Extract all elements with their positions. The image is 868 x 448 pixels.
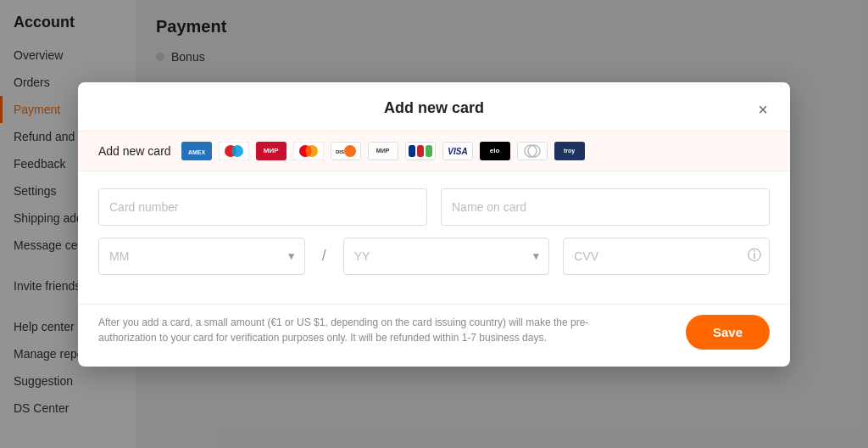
month-select-wrapper: MM 01020304 05060708 09101112 ▼ (98, 238, 305, 275)
name-on-card-input[interactable] (441, 188, 770, 226)
date-cvv-row: MM 01020304 05060708 09101112 ▼ / YY 242… (98, 238, 770, 275)
svg-point-8 (305, 145, 311, 156)
svg-rect-14 (417, 145, 424, 157)
modal-close-button[interactable]: × (751, 98, 775, 121)
svg-text:DIS: DIS (336, 149, 344, 154)
card-type-maestro[interactable] (219, 142, 249, 160)
modal-form: MM 01020304 05060708 09101112 ▼ / YY 242… (78, 171, 790, 304)
modal-header: Add new card × (78, 82, 790, 131)
svg-point-4 (231, 145, 243, 157)
cvv-info-icon[interactable]: ⓘ (748, 247, 761, 265)
card-type-mastercard[interactable] (293, 142, 324, 160)
svg-text:VISA: VISA (448, 147, 467, 156)
date-separator: / (319, 247, 330, 265)
card-type-visa[interactable]: VISA (442, 142, 473, 160)
svg-rect-15 (426, 145, 432, 157)
card-type-diners[interactable] (517, 142, 548, 160)
card-type-troy[interactable]: troy (554, 142, 585, 160)
year-select[interactable]: YY 24252627 28293031 (343, 238, 550, 275)
card-type-mir2[interactable]: МИР (368, 142, 398, 160)
year-select-wrapper: YY 24252627 28293031 ▼ (343, 238, 550, 275)
modal-footer: After you add a card, a small amount (€1… (78, 304, 790, 367)
card-type-elo[interactable]: elo (480, 142, 510, 160)
svg-text:AMEX: AMEX (187, 149, 205, 155)
cvv-input[interactable] (563, 238, 770, 275)
modal-overlay: Add new card × Add new card AMEX МИР DIS… (0, 0, 868, 448)
card-type-bar: Add new card AMEX МИР DIS МИР VISA elo (78, 131, 790, 171)
cvv-wrapper: ⓘ (563, 238, 770, 275)
svg-rect-13 (409, 145, 415, 157)
card-info-row (98, 188, 770, 226)
month-select[interactable]: MM 01020304 05060708 09101112 (98, 238, 305, 275)
add-card-label: Add new card (98, 144, 171, 158)
card-type-jcb[interactable] (405, 142, 436, 160)
add-card-modal: Add new card × Add new card AMEX МИР DIS… (78, 82, 790, 367)
modal-title: Add new card (384, 99, 484, 117)
card-type-amex[interactable]: AMEX (181, 142, 212, 160)
card-type-discover[interactable]: DIS (331, 142, 361, 160)
card-number-input[interactable] (98, 188, 427, 226)
card-type-mir-red[interactable]: МИР (256, 142, 287, 160)
svg-point-10 (344, 145, 356, 157)
footer-disclaimer: After you add a card, a small amount (€1… (98, 315, 624, 345)
save-button[interactable]: Save (686, 315, 770, 350)
